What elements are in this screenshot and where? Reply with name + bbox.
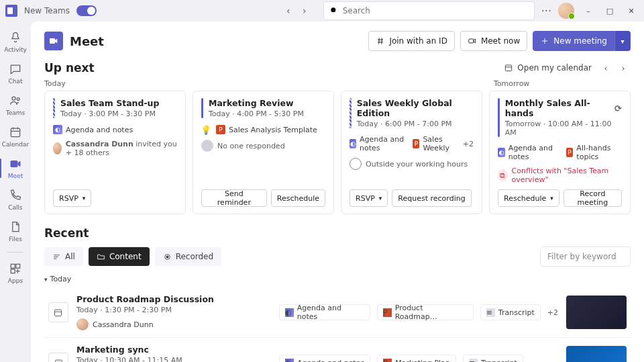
agenda-chip[interactable]: ◐Agenda and notes [498, 144, 561, 161]
meeting-title: Marketing Review [209, 98, 304, 108]
rsvp-button[interactable]: RSVP▾ [53, 189, 91, 207]
recent-time: Today · 1:30 PM - 2:30 PM [76, 306, 271, 314]
svg-point-3 [17, 98, 19, 101]
bulb-icon: 💡 [201, 125, 211, 134]
send-reminder-button[interactable]: Send reminder [201, 189, 267, 207]
rsvp-button[interactable]: RSVP▾ [350, 189, 388, 207]
svg-rect-19 [469, 39, 474, 43]
filter-keyword-input[interactable]: Filter by keyword [540, 246, 631, 267]
calendar-icon [48, 353, 68, 362]
transcript-icon: ≡ [486, 308, 495, 317]
recent-organizer: Cassandra Dunn [76, 318, 271, 330]
meeting-time: Tomorrow · 10:00 AM - 11:00 AM [505, 120, 622, 137]
search-box[interactable] [323, 1, 535, 20]
rail-activity[interactable]: Activity [0, 27, 31, 57]
svg-line-18 [382, 38, 382, 44]
agenda-attachment[interactable]: ◐Agenda and notes [279, 355, 370, 362]
group-today[interactable]: ▾Today [44, 275, 631, 283]
meeting-card[interactable]: Marketing Review Today · 4:00 PM - 5:30 … [193, 91, 334, 214]
agenda-chip[interactable]: ◐Agenda and notes [350, 135, 407, 152]
meeting-title: Monthly Sales All-hands⟳ [505, 98, 622, 118]
svg-rect-11 [11, 269, 15, 273]
avatar-icon [76, 318, 89, 330]
open-calendar-link[interactable]: Open my calendar [504, 63, 592, 73]
folder-icon [97, 253, 105, 261]
hash-icon [376, 36, 385, 46]
agenda-chip[interactable]: ◐Agenda and notes [53, 125, 133, 134]
loop-icon: ◐ [350, 139, 356, 148]
attachment-chip[interactable]: 💡 [201, 125, 211, 134]
filter-content[interactable]: Content [89, 247, 150, 266]
more-options-button[interactable]: ··· [541, 5, 551, 17]
calendar-prev-button[interactable]: ‹ [598, 60, 613, 75]
calendar-next-button[interactable]: › [616, 60, 631, 75]
svg-rect-14 [50, 38, 55, 44]
rail-calendar[interactable]: Calendar [0, 122, 31, 152]
rail-files[interactable]: Files [0, 216, 31, 246]
filter-all[interactable]: All [44, 247, 83, 266]
powerpoint-icon: P [383, 308, 392, 317]
join-with-id-button[interactable]: Join with an ID [368, 31, 454, 51]
rail-teams[interactable]: Teams [0, 90, 31, 120]
transcript-attachment[interactable]: ≡Transcript [480, 304, 541, 320]
reschedule-button[interactable]: Reschedule▾ [498, 189, 559, 207]
meeting-title: Sales Team Stand-up [60, 98, 159, 108]
ppt-attachment[interactable]: PMarketing Plan [377, 355, 456, 362]
attachment-chip[interactable]: PSales Weekly [413, 135, 457, 152]
agenda-attachment[interactable]: ◐Agenda and notes [279, 304, 370, 320]
svg-point-28 [166, 255, 168, 257]
reschedule-button[interactable]: Reschedule [271, 189, 325, 207]
svg-rect-4 [11, 128, 19, 137]
app-rail: Activity Chat Teams Calendar Meet Calls … [0, 21, 31, 362]
more-count: +2 [547, 308, 558, 317]
meet-now-button[interactable]: Meet now [460, 31, 527, 51]
ppt-attachment[interactable]: PProduct Roadmap… [377, 304, 474, 320]
conflict-note: ⧉Conflicts with "Sales Team overview" [498, 167, 622, 184]
search-input[interactable] [343, 6, 529, 15]
recording-thumbnail[interactable] [566, 346, 627, 362]
attachment-chip[interactable]: PSales Analysis Template [216, 125, 317, 134]
new-teams-toggle[interactable] [76, 5, 97, 16]
svg-rect-29 [55, 310, 62, 316]
rail-calls[interactable]: Calls [0, 185, 31, 215]
svg-rect-8 [11, 161, 18, 167]
meeting-card[interactable]: Monthly Sales All-hands⟳ Tomorrow · 10:0… [489, 91, 631, 214]
svg-point-2 [12, 97, 15, 100]
window-minimize-button[interactable]: – [581, 3, 596, 18]
record-meeting-button[interactable]: Record meeting [564, 189, 622, 207]
warning-icon: ⧉ [498, 169, 508, 181]
window-maximize-button[interactable]: □ [602, 3, 617, 18]
video-icon [468, 36, 477, 46]
accepted-accent [498, 98, 500, 137]
user-avatar[interactable] [558, 3, 574, 19]
upnext-cards: Sales Team Stand-up Today · 3:00 PM - 3:… [44, 91, 631, 214]
recent-heading: Recent [44, 226, 631, 240]
rail-chat[interactable]: Chat [0, 58, 31, 89]
page-title: Meet [70, 34, 104, 48]
recent-time: Today · 10:30 AM - 11:15 AM [76, 356, 271, 362]
rail-divider [7, 252, 23, 253]
meeting-card[interactable]: Sales Weekly Global Edition Today · 6:00… [341, 91, 482, 214]
calendar-icon [504, 63, 513, 73]
back-button[interactable]: ‹ [282, 4, 295, 17]
recent-item[interactable]: Product Roadmap Discussion Today · 1:30 … [44, 287, 631, 338]
new-meeting-button[interactable]: New meeting [533, 31, 614, 51]
loop-icon: ◐ [53, 125, 62, 134]
forward-button[interactable]: › [298, 4, 311, 17]
filter-recorded[interactable]: Recorded [155, 247, 221, 266]
transcript-attachment[interactable]: ≡Transcript [463, 355, 523, 362]
tentative-accent [53, 98, 55, 118]
history-nav: ‹ › [282, 4, 311, 17]
window-close-button[interactable]: ✕ [624, 3, 639, 18]
rail-apps[interactable]: Apps [0, 258, 31, 288]
attachment-chip[interactable]: PAll-hands topics [566, 144, 622, 161]
meet-page-icon [44, 32, 63, 50]
meeting-card[interactable]: Sales Team Stand-up Today · 3:00 PM - 3:… [44, 91, 186, 214]
recording-thumbnail[interactable] [566, 296, 627, 329]
day-label-tomorrow: Tomorrow [494, 79, 529, 88]
new-meeting-caret[interactable]: ▾ [614, 31, 631, 51]
request-recording-button[interactable]: Request recording [392, 189, 471, 207]
rail-meet[interactable]: Meet [0, 153, 31, 183]
meeting-time: Today · 6:00 PM - 7:00 PM [357, 120, 474, 128]
recent-item[interactable]: Marketing sync Today · 10:30 AM - 11:15 … [44, 338, 631, 362]
